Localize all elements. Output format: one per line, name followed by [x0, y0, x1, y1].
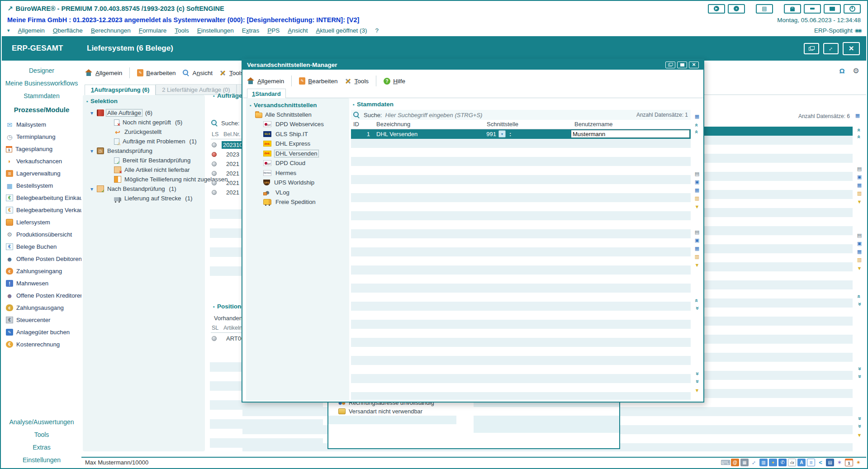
tree-item[interactable]: Alle Aufträge (6)	[86, 108, 201, 118]
sidebar-module[interactable]: Verkaufschancen	[2, 155, 81, 167]
tree-item[interactable]: Noch nicht geprüft (5)	[86, 118, 201, 127]
menu-caret-icon[interactable]: ▾	[7, 28, 10, 33]
toolbar-button[interactable]: Bearbeiten	[299, 77, 337, 85]
carrier-item[interactable]: DHL Express	[249, 139, 346, 149]
tab-auftragspruefung[interactable]: 1 Auftragsprüfung (6)	[85, 85, 156, 95]
printer-icon[interactable]	[855, 232, 863, 239]
funnel-icon[interactable]	[693, 203, 701, 210]
sidebar-module[interactable]: Offene Posten Debitoren	[2, 253, 81, 265]
funnel-icon[interactable]	[693, 387, 701, 393]
sidebar-module[interactable]: Terminplanung	[2, 131, 81, 143]
funnel-icon[interactable]	[693, 261, 701, 268]
funnel-icon[interactable]	[855, 198, 863, 205]
collapse-bottom-icon[interactable]	[693, 378, 701, 385]
collapse-bottom-icon[interactable]	[693, 370, 701, 377]
switch-window-icon[interactable]	[804, 43, 819, 54]
share-icon[interactable]	[816, 459, 825, 466]
sidebar-module[interactable]: Anlagegüter buchen	[2, 326, 81, 338]
sidebar-module[interactable]: Mailsystem	[2, 118, 81, 131]
grid-col-icon[interactable]	[693, 253, 701, 260]
grid-col-icon[interactable]	[855, 256, 863, 263]
carrier-item[interactable]: VLog	[249, 188, 346, 198]
layout-icon[interactable]	[756, 4, 773, 14]
window-icon[interactable]	[759, 459, 768, 466]
collapse-top-icon[interactable]	[693, 122, 701, 128]
addressbook-icon[interactable]	[731, 459, 739, 466]
toolbar-button[interactable]: Allgemein	[247, 77, 284, 85]
carrier-item[interactable]: DPD Cloud	[249, 158, 346, 168]
stammdaten-selected-row[interactable]: 1 DHL Versenden 991 :	[351, 129, 691, 139]
sidebar-module[interactable]: Produktionsübersicht	[2, 228, 81, 241]
toolbar-button[interactable]: Ansicht	[182, 69, 213, 76]
menu-item[interactable]: Aktuell geöffnet (3)	[316, 27, 367, 34]
funnel-icon[interactable]	[855, 431, 863, 438]
collapse-bottom-icon[interactable]	[855, 423, 863, 430]
menu-item[interactable]: Extras	[242, 27, 259, 34]
caret-icon[interactable]	[89, 148, 95, 154]
carrier-item[interactable]: DPD Webservices	[249, 119, 346, 129]
problem-row[interactable]: Versandart nicht verwendbar	[328, 407, 619, 416]
sidebar-module[interactable]: Mahnwesen	[2, 277, 81, 289]
grid-col-icon[interactable]	[855, 190, 863, 197]
run-icon[interactable]: ▶	[708, 4, 725, 14]
window-a-icon[interactable]	[797, 459, 806, 466]
caret-icon[interactable]	[89, 186, 95, 192]
toolbar-button[interactable]: Tools	[344, 77, 369, 85]
grid-blue-icon[interactable]	[855, 182, 863, 189]
monitor-icon[interactable]	[855, 174, 863, 180]
maximize-icon[interactable]	[677, 62, 687, 68]
tree-item[interactable]: Aufträge mit Problemen (1)	[86, 137, 201, 146]
menu-item[interactable]: PPS	[267, 27, 280, 34]
carrier-item[interactable]: Hermes	[249, 168, 346, 178]
monitor-icon[interactable]	[693, 179, 701, 185]
tree-item[interactable]: Bestandsprüfung	[86, 146, 201, 156]
tree-item[interactable]: Bereit für Bestandprüfung	[86, 156, 201, 165]
collapse-top-icon[interactable]	[855, 127, 863, 133]
toolbar-button[interactable]: Tools	[219, 69, 244, 76]
auftraege-search[interactable]: Suche:	[211, 119, 239, 127]
monitor-icon[interactable]	[693, 237, 701, 244]
sidebar-link[interactable]: Stammdaten	[2, 90, 81, 102]
sidebar-module[interactable]: Bestellsystem	[2, 180, 81, 192]
sidebar-module[interactable]: Kostenrechnung	[2, 338, 81, 351]
sidebar-link[interactable]: Analyse/Auswertungen	[2, 416, 81, 428]
dialog-titlebar[interactable]: Versandschnittstellen-Manager	[242, 60, 703, 70]
key-icon[interactable]	[769, 459, 777, 466]
phone-icon[interactable]	[778, 459, 787, 466]
collapse-bottom-icon[interactable]	[855, 415, 863, 422]
menu-item[interactable]: ?	[375, 27, 379, 34]
menu-item[interactable]: Allgemein	[18, 27, 45, 34]
collapse-bottom-icon[interactable]	[855, 301, 863, 308]
toolbar-button[interactable]: Hilfe	[384, 78, 405, 85]
sidebar-module[interactable]: Belegbearbeitung Verkauf	[2, 204, 81, 216]
table-icon[interactable]	[693, 113, 701, 120]
gear-icon[interactable]	[852, 67, 860, 74]
printer-icon[interactable]	[855, 166, 863, 172]
sidebar-module[interactable]: Lagerverwaltung	[2, 167, 81, 180]
wizard-icon[interactable]	[835, 459, 844, 466]
collapse-top-icon[interactable]	[693, 128, 701, 135]
close-icon[interactable]	[689, 62, 699, 68]
carrier-item[interactable]: GLS Ship.IT	[249, 129, 346, 139]
restore-icon[interactable]	[665, 62, 675, 68]
add-icon[interactable]: +	[728, 4, 745, 14]
grid-blue-icon[interactable]	[693, 187, 701, 194]
sidebar-link[interactable]: Tools	[2, 428, 81, 441]
sidebar-module[interactable]: Offene Posten Kreditoren	[2, 289, 81, 302]
schnittstelle-dropdown[interactable]	[498, 130, 506, 137]
printer-icon[interactable]	[693, 229, 701, 236]
collapse-bottom-icon[interactable]	[693, 305, 701, 312]
sidebar-link[interactable]: Designer	[2, 64, 81, 77]
bug-icon[interactable]	[854, 459, 863, 466]
menu-item[interactable]: Tools	[175, 27, 189, 34]
menu-item[interactable]: Ansicht	[288, 27, 308, 34]
carrier-item[interactable]: DHL Versenden	[249, 149, 346, 159]
doclist-icon[interactable]	[807, 459, 815, 466]
tree-root[interactable]: Alle Schnittstellen	[249, 110, 346, 119]
stammdaten-search-input[interactable]	[385, 112, 534, 118]
menu-item[interactable]: Formulare	[139, 27, 167, 34]
sidebar-module[interactable]: Belegbearbeitung Einkauf	[2, 192, 81, 204]
power-icon[interactable]	[844, 4, 861, 14]
grid-blue-icon[interactable]	[693, 245, 701, 252]
formula-icon[interactable]	[788, 459, 796, 466]
